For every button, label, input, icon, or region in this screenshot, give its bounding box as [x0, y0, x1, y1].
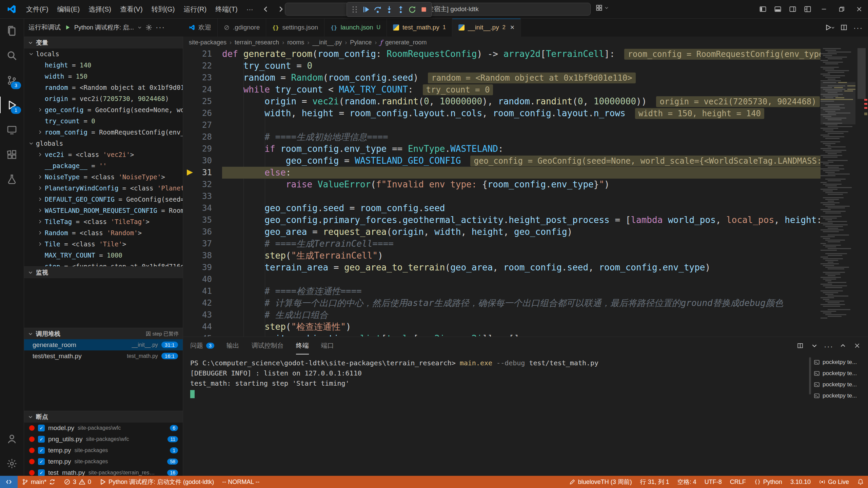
stop-button[interactable] [418, 4, 430, 15]
variable-row[interactable]: Tile = <class 'Tile'> [24, 238, 183, 249]
panel-tab-调试控制台[interactable]: 调试控制台 [252, 337, 284, 354]
breakpoint-checkbox[interactable] [38, 458, 45, 465]
activity-search[interactable] [0, 43, 24, 68]
restore-button[interactable] [833, 0, 850, 18]
breadcrumb-item[interactable]: site-packages [189, 39, 226, 46]
code-line-32[interactable]: raise ValueError(f"Invalid env type: {ro… [222, 179, 821, 190]
menu-item[interactable]: 运行(R) [179, 0, 211, 18]
scope-row-locals[interactable]: locals [24, 48, 183, 59]
minimize-button[interactable] [815, 0, 833, 18]
code-line-44[interactable]: step("检查连通性") [222, 321, 821, 333]
variable-row[interactable]: MAX_TRY_COUNT = 1000 [24, 249, 183, 261]
activity-source-control[interactable]: 3 [0, 68, 24, 93]
line-number[interactable]: 36 [183, 226, 222, 238]
notifications[interactable] [853, 476, 868, 488]
code-line-41[interactable]: # ====检查连通性==== [222, 285, 821, 297]
breadcrumb-item[interactable]: __init__.py [312, 39, 342, 46]
line-number[interactable]: 39 [183, 262, 222, 273]
run-python-file-button[interactable] [823, 21, 836, 34]
code-line-22[interactable]: try_count = 0 [222, 60, 821, 72]
activity-explorer[interactable] [0, 18, 24, 43]
line-number[interactable]: 42 [183, 297, 222, 309]
variable-row[interactable]: NoiseType = <class 'NoiseType'> [24, 171, 183, 182]
menu-item[interactable]: 文件(F) [22, 0, 53, 18]
split-editor-button[interactable] [837, 21, 850, 34]
line-number[interactable]: 44 [183, 321, 222, 333]
variable-row[interactable]: TileTag = <class 'TileTag'> [24, 216, 183, 227]
variable-row[interactable]: WASTELAND_ROOM_REQUEST_CONFIG = RoomR… [24, 205, 183, 216]
code-line-30[interactable]: geo_config = WASTELAND_GEO_CONFIGgeo_con… [222, 155, 821, 167]
tab-test_math.py[interactable]: test_math.py1 [387, 18, 452, 37]
code-line-37[interactable]: # ====生成TerrainCell==== [222, 238, 821, 250]
line-number[interactable]: 34 [183, 202, 222, 214]
line-number[interactable]: 21 [183, 48, 222, 60]
terminal-instance[interactable]: pocketpy te... [814, 357, 865, 368]
code-line-36[interactable]: geo_area = request_area(origin, width, h… [222, 226, 821, 238]
breakpoint-row[interactable]: test_math.pysite-packages\terrain_res…16 [24, 467, 183, 476]
code-line-38[interactable]: step("生成TerrainCell") [222, 250, 821, 262]
terminal-instance[interactable]: pocketpy te... [814, 379, 865, 390]
code-line-25[interactable]: origin = vec2i(random.randint(0, 1000000… [222, 96, 821, 107]
line-number[interactable]: 33 [183, 190, 222, 202]
git-branch[interactable]: main* [18, 476, 60, 488]
toggle-secondary-sidebar-button[interactable] [785, 0, 800, 18]
line-number[interactable]: 30 [183, 155, 222, 167]
debug-status[interactable]: Python 调试程序: 启动文件 (godot-ldtk) [95, 476, 218, 488]
close-tab-icon[interactable]: × [510, 24, 515, 31]
breakpoint-row[interactable]: temp.pysite-packages1 [24, 445, 183, 456]
line-number[interactable]: 38 [183, 250, 222, 262]
python-version[interactable]: 3.10.10 [786, 476, 815, 488]
line-number[interactable]: 37 [183, 238, 222, 250]
breakpoint-row[interactable]: temp.pysite-packages58 [24, 456, 183, 467]
terminal-dropdown-button[interactable] [808, 340, 821, 352]
menu-item[interactable]: 转到(G) [147, 0, 179, 18]
language-mode[interactable]: Python [750, 476, 786, 488]
panel-tab-问题[interactable]: 问题3 [190, 337, 214, 354]
close-window-button[interactable] [850, 0, 868, 18]
variable-row[interactable]: __package__ = '' [24, 160, 183, 171]
terminal-output[interactable]: PS C:\computer_science\godot-ldtk\site-p… [190, 358, 807, 475]
line-number[interactable]: 27 [183, 119, 222, 131]
toggle-panel-button[interactable] [770, 0, 785, 18]
menu-item[interactable]: 编辑(E) [53, 0, 84, 18]
maximize-panel-button[interactable] [837, 340, 849, 352]
breadcrumb-item[interactable]: generate_room [385, 39, 427, 46]
code-line-40[interactable] [222, 273, 821, 285]
variable-row[interactable]: room_config = RoomRequestConfig(env_t… [24, 126, 183, 138]
line-number[interactable]: 32 [183, 179, 222, 190]
remote-indicator[interactable] [0, 476, 18, 488]
variable-row[interactable]: Random = <class 'Random'> [24, 227, 183, 238]
tab-欢迎[interactable]: 欢迎 [183, 18, 218, 37]
editor-scrollbar[interactable] [855, 48, 868, 337]
variable-row[interactable]: origin = vec2i(7205730, 9024468) [24, 93, 183, 104]
breakpoints-section-header[interactable]: 断点 [24, 411, 183, 423]
code-area[interactable]: def generate_room(room_config: RoomReque… [222, 48, 821, 337]
panel-tab-端口[interactable]: 端口 [321, 337, 334, 354]
menu-item[interactable]: 查看(V) [116, 0, 147, 18]
code-line-29[interactable]: if room_config.env_type == EnvType.WASTE… [222, 143, 821, 155]
line-number[interactable]: 25 [183, 96, 222, 107]
code-line-21[interactable]: def generate_room(room_config: RoomReque… [222, 48, 821, 60]
variable-row[interactable]: vec2i = <class 'vec2i'> [24, 149, 183, 160]
terminal-scrollbar[interactable] [809, 357, 811, 394]
terminal-split-button[interactable] [794, 340, 806, 352]
variable-row[interactable]: width = 150 [24, 70, 183, 82]
indentation[interactable]: 空格: 4 [673, 476, 701, 488]
tab-__init__.py[interactable]: __init__.py2× [452, 18, 521, 37]
panel-more-button[interactable]: ··· [823, 340, 835, 352]
breadcrumb-item[interactable]: Pylance [350, 39, 372, 46]
variables-section-header[interactable]: 变量 [24, 37, 183, 48]
minimap[interactable] [821, 48, 855, 337]
breakpoint-checkbox[interactable] [38, 469, 45, 476]
activity-extensions[interactable] [0, 142, 24, 167]
sidebar-more-icon[interactable]: ··· [156, 23, 165, 32]
code-line-23[interactable]: random = Random(room_config.seed)random … [222, 72, 821, 84]
variable-row[interactable]: PlanetaryWindConfig = <class 'Planeta… [24, 182, 183, 194]
minimap-slider[interactable] [821, 82, 855, 124]
toggle-sidebar-button[interactable] [755, 0, 770, 18]
line-number[interactable]: 24 [183, 84, 222, 96]
code-line-42[interactable]: # 计算每一个出口的中心，然后使用astar生成路径，确保每一个出口组合都可以联… [222, 297, 821, 309]
nav-back-button[interactable] [259, 2, 273, 16]
variable-row[interactable]: geo_config = GeoConfig(seed=None, wor… [24, 104, 183, 115]
panel-tab-终端[interactable]: 终端 [296, 337, 309, 354]
